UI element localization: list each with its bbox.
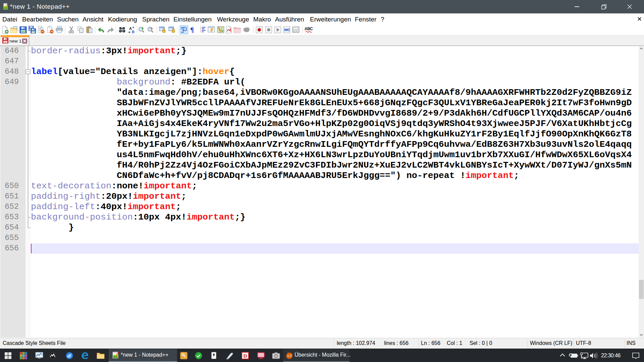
svg-text:ABC: ABC xyxy=(305,26,313,31)
svg-text:A: A xyxy=(129,26,132,31)
svg-text:B: B xyxy=(132,30,135,34)
svg-text:D: D xyxy=(244,353,247,359)
svg-text:¶: ¶ xyxy=(190,26,194,34)
